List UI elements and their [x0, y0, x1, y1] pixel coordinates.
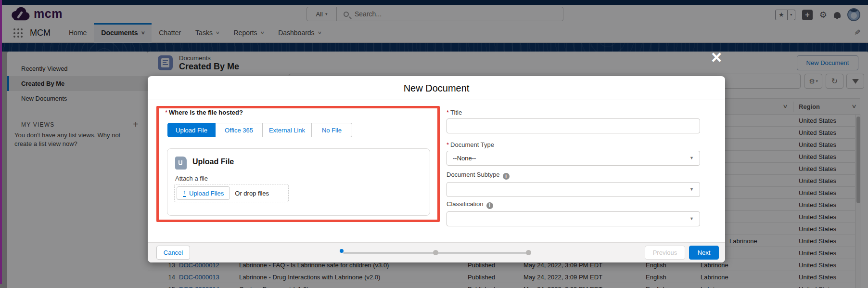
- document-type-select[interactable]: --None-- ▼: [447, 151, 700, 166]
- modal-footer: Cancel Previous Next: [148, 242, 725, 262]
- hosted-option-upload-file[interactable]: Upload File: [167, 123, 216, 137]
- next-button[interactable]: Next: [689, 246, 719, 260]
- attach-file-label: Attach a file: [175, 175, 208, 182]
- title-input[interactable]: [447, 118, 700, 133]
- upload-file-card: Upload File Attach a file ↑ Upload Files…: [167, 148, 430, 216]
- select-arrow-icon: ▼: [689, 183, 694, 196]
- drop-files-label: Or drop files: [235, 190, 269, 197]
- app-screen: mcm All ▾ Search... ★ ▾ + ⚙ MCM HomeDocu…: [0, 0, 868, 288]
- progress-step-1-active: [340, 249, 344, 253]
- hosted-option-external-link[interactable]: External Link: [263, 123, 312, 137]
- required-asterisk: *: [165, 109, 167, 116]
- hosted-option-office-365[interactable]: Office 365: [216, 123, 263, 137]
- select-arrow-icon: ▼: [689, 212, 694, 226]
- upload-icon: ↑: [183, 189, 186, 196]
- modal-header-divider: [148, 100, 725, 100]
- previous-button[interactable]: Previous: [645, 246, 685, 260]
- new-document-modal: New Document *Where is the file hosted? …: [148, 76, 725, 262]
- paperclip-icon: [179, 160, 182, 165]
- hosted-option-group: Upload FileOffice 365External LinkNo Fil…: [167, 123, 352, 137]
- required-asterisk: *: [447, 109, 449, 116]
- progress-step-2: [433, 250, 438, 255]
- classification-select[interactable]: ▼: [447, 211, 700, 226]
- upload-card-title: Upload File: [192, 157, 234, 166]
- progress-step-3: [526, 250, 531, 255]
- hosted-question-label: *Where is the file hosted?: [165, 109, 243, 116]
- hosted-option-no-file[interactable]: No File: [312, 123, 352, 137]
- select-arrow-icon: ▼: [689, 151, 694, 165]
- cancel-button[interactable]: Cancel: [156, 246, 190, 260]
- close-icon[interactable]: ×: [711, 48, 722, 66]
- file-dropzone[interactable]: ↑ Upload Files Or drop files: [174, 184, 289, 202]
- required-asterisk: *: [447, 141, 449, 148]
- upload-files-label: Upload Files: [189, 190, 224, 197]
- modal-title: New Document: [148, 83, 725, 94]
- document-subtype-label: Document Subtypei: [447, 171, 700, 180]
- attachment-file-icon: [175, 157, 187, 170]
- document-type-value: --None--: [453, 155, 476, 162]
- document-type-label: *Document Type: [447, 141, 700, 148]
- document-subtype-select[interactable]: ▼: [447, 182, 700, 197]
- upload-files-button[interactable]: ↑ Upload Files: [177, 186, 230, 200]
- title-field-label: *Title: [447, 109, 700, 116]
- info-icon[interactable]: i: [503, 173, 510, 180]
- info-icon[interactable]: i: [486, 202, 493, 209]
- classification-label: Classificationi: [447, 200, 700, 209]
